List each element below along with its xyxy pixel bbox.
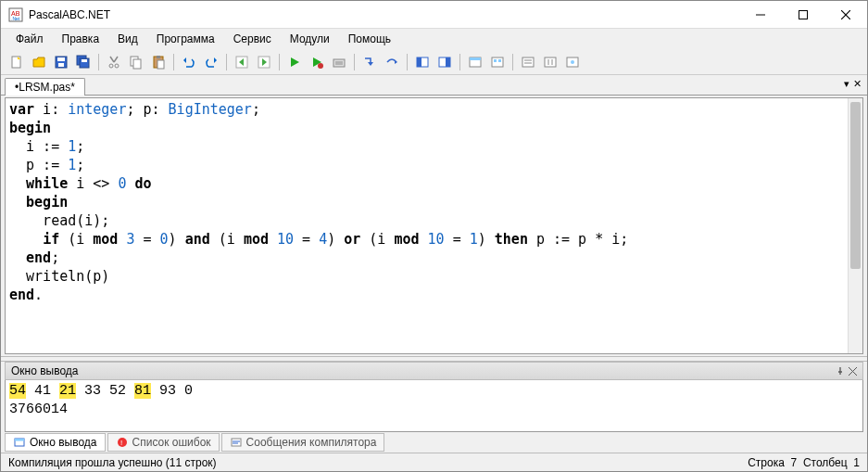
status-message: Компиляция прошла успешно (11 строк) bbox=[8, 456, 217, 469]
save-button[interactable] bbox=[51, 52, 71, 72]
tabbar: •LRSM.pas* ▾ ✕ bbox=[1, 75, 867, 96]
svg-rect-39 bbox=[446, 57, 450, 67]
svg-rect-14 bbox=[82, 59, 87, 62]
tool3-button[interactable] bbox=[518, 52, 538, 72]
close-panel-icon[interactable] bbox=[849, 367, 857, 376]
svg-rect-31 bbox=[333, 59, 345, 67]
svg-rect-20 bbox=[157, 56, 160, 58]
maximize-button[interactable] bbox=[782, 1, 824, 29]
step-into-button[interactable] bbox=[359, 52, 380, 72]
menu-service[interactable]: Сервис bbox=[226, 31, 279, 47]
statusbar: Компиляция прошла успешно (11 строк) Стр… bbox=[1, 453, 867, 471]
window1-button[interactable] bbox=[465, 52, 485, 72]
compiler-messages-icon bbox=[230, 436, 243, 449]
nav-back-button[interactable] bbox=[232, 52, 252, 72]
toolbar-sep bbox=[512, 54, 513, 70]
scrollbar-thumb[interactable] bbox=[850, 102, 861, 269]
svg-rect-21 bbox=[157, 60, 164, 69]
svg-rect-10 bbox=[57, 57, 65, 61]
panel1-button[interactable] bbox=[412, 52, 433, 72]
error-list-icon: ! bbox=[116, 436, 129, 449]
window-title: PascalABC.NET bbox=[29, 8, 739, 21]
svg-point-16 bbox=[115, 64, 119, 68]
tab-dropdown-icon[interactable]: ▾ bbox=[844, 78, 849, 90]
menu-modules[interactable]: Модули bbox=[283, 31, 337, 47]
bottom-tab-errors[interactable]: ! Список ошибок bbox=[107, 433, 220, 452]
svg-point-52 bbox=[571, 60, 574, 64]
svg-rect-43 bbox=[494, 59, 497, 62]
run-debug-button[interactable] bbox=[307, 52, 327, 72]
bottom-tabs: Окно вывода ! Список ошибок Сообщения ко… bbox=[1, 432, 867, 453]
menu-help[interactable]: Помощь bbox=[341, 31, 398, 47]
svg-rect-37 bbox=[417, 57, 421, 67]
step-over-button[interactable] bbox=[382, 52, 402, 72]
bottom-tab-label: Список ошибок bbox=[132, 436, 211, 449]
output-window-icon bbox=[13, 436, 26, 449]
editor-tab[interactable]: •LRSM.pas* bbox=[5, 78, 85, 96]
save-all-button[interactable] bbox=[73, 52, 94, 72]
svg-rect-41 bbox=[470, 57, 481, 60]
svg-rect-44 bbox=[498, 59, 501, 62]
tab-close-icon[interactable]: ✕ bbox=[853, 78, 862, 90]
toolbar-sep bbox=[354, 54, 355, 70]
toolbar-sep bbox=[279, 54, 280, 70]
run-button[interactable] bbox=[284, 52, 305, 72]
copy-button[interactable] bbox=[126, 52, 146, 72]
menubar: Файл Правка Вид Программа Сервис Модули … bbox=[1, 29, 867, 49]
output-title: Окно вывода bbox=[11, 364, 79, 377]
code-editor[interactable]: var i: integer; p: BigInteger; begin i :… bbox=[5, 97, 863, 354]
editor-scrollbar[interactable] bbox=[848, 98, 862, 353]
svg-rect-42 bbox=[492, 57, 503, 67]
svg-point-30 bbox=[318, 63, 323, 69]
svg-rect-18 bbox=[133, 59, 141, 69]
cut-button[interactable] bbox=[104, 52, 124, 72]
menu-edit[interactable]: Правка bbox=[55, 31, 107, 47]
menu-program[interactable]: Программа bbox=[149, 31, 222, 47]
toolbar-sep bbox=[226, 54, 227, 70]
tool5-button[interactable] bbox=[562, 52, 583, 72]
svg-rect-56 bbox=[15, 439, 24, 441]
output-panel-header: Окно вывода bbox=[5, 362, 863, 380]
toolbar-sep bbox=[459, 54, 460, 70]
tool4-button[interactable] bbox=[540, 52, 560, 72]
output-line-2: 3766014 bbox=[9, 401, 859, 419]
open-file-button[interactable] bbox=[29, 52, 49, 72]
panel2-button[interactable] bbox=[434, 52, 455, 72]
window2-button[interactable] bbox=[487, 52, 508, 72]
svg-rect-4 bbox=[799, 10, 808, 19]
svg-marker-22 bbox=[183, 57, 186, 63]
close-button[interactable] bbox=[824, 1, 867, 29]
svg-rect-59 bbox=[232, 439, 241, 446]
svg-marker-34 bbox=[368, 62, 373, 66]
svg-rect-48 bbox=[545, 57, 556, 67]
pin-icon[interactable] bbox=[836, 366, 845, 376]
toolbar-sep bbox=[407, 54, 408, 70]
bottom-tab-output[interactable]: Окно вывода bbox=[5, 433, 106, 452]
undo-button[interactable] bbox=[179, 52, 199, 72]
menu-file[interactable]: Файл bbox=[8, 31, 51, 47]
toolbar-sep bbox=[173, 54, 174, 70]
nav-forward-button[interactable] bbox=[254, 52, 274, 72]
compile-button[interactable] bbox=[329, 52, 349, 72]
svg-marker-23 bbox=[214, 57, 217, 63]
bottom-tab-label: Окно вывода bbox=[30, 436, 97, 449]
tab-controls: ▾ ✕ bbox=[844, 78, 862, 90]
output-line-1: 54 41 21 33 52 81 93 0 bbox=[9, 382, 859, 401]
new-file-button[interactable] bbox=[6, 52, 27, 72]
svg-marker-28 bbox=[291, 57, 299, 67]
cursor-position: Строка 7 Столбец 1 bbox=[748, 456, 860, 469]
bottom-tab-messages[interactable]: Сообщения компилятора bbox=[221, 433, 385, 452]
bottom-tab-label: Сообщения компилятора bbox=[246, 436, 377, 449]
titlebar: AB.Net PascalABC.NET bbox=[1, 1, 867, 29]
minimize-button[interactable] bbox=[739, 1, 782, 29]
redo-button[interactable] bbox=[201, 52, 221, 72]
toolbar-sep bbox=[98, 54, 99, 70]
tab-label: •LRSM.pas* bbox=[15, 81, 75, 94]
paste-button[interactable] bbox=[148, 52, 169, 72]
svg-text:!: ! bbox=[120, 439, 122, 447]
output-pane[interactable]: 54 41 21 33 52 81 93 0 3766014 bbox=[5, 380, 863, 432]
menu-view[interactable]: Вид bbox=[110, 31, 145, 47]
svg-text:.Net: .Net bbox=[11, 16, 20, 21]
app-icon: AB.Net bbox=[8, 7, 23, 22]
svg-point-15 bbox=[109, 64, 113, 68]
